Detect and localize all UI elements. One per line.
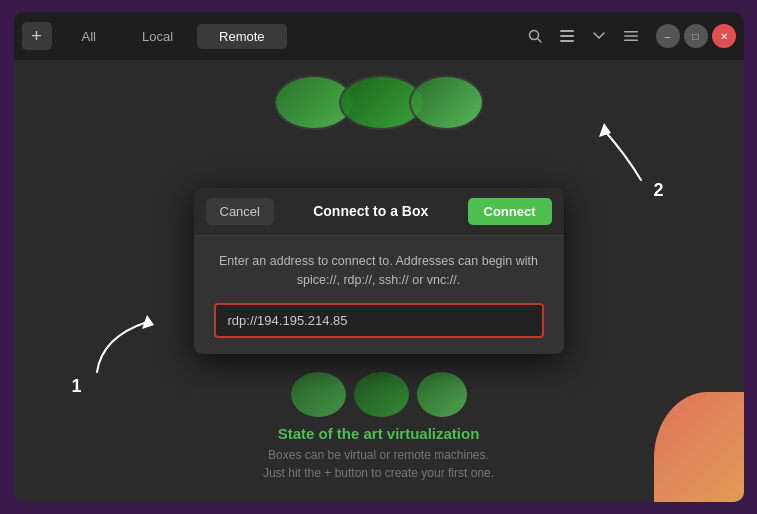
svg-rect-5: [624, 31, 638, 33]
dialog-body: Enter an address to connect to. Addresse…: [194, 236, 564, 355]
cancel-button[interactable]: Cancel: [206, 198, 274, 225]
svg-rect-6: [624, 35, 638, 37]
address-input[interactable]: [214, 303, 544, 338]
connect-button[interactable]: Connect: [468, 198, 552, 225]
tab-all[interactable]: All: [60, 24, 118, 49]
dialog-title: Connect to a Box: [284, 203, 458, 219]
chevron-down-icon: [593, 32, 605, 40]
search-button[interactable]: [520, 22, 550, 50]
hamburger-icon: [624, 31, 638, 41]
list-icon: [560, 30, 574, 42]
toolbar-icons: [520, 22, 646, 50]
titlebar: + All Local Remote: [14, 12, 744, 60]
svg-line-1: [537, 39, 541, 43]
close-button[interactable]: ✕: [712, 24, 736, 48]
svg-rect-3: [560, 35, 574, 37]
svg-rect-2: [560, 30, 574, 32]
list-view-button[interactable]: [552, 22, 582, 50]
connect-dialog: Cancel Connect to a Box Connect Enter an…: [194, 188, 564, 355]
svg-rect-7: [624, 40, 638, 42]
add-button[interactable]: +: [22, 22, 52, 50]
window-controls: – □ ✕: [656, 24, 736, 48]
minimize-button[interactable]: –: [656, 24, 680, 48]
menu-button[interactable]: [616, 22, 646, 50]
tab-remote[interactable]: Remote: [197, 24, 287, 49]
dialog-header: Cancel Connect to a Box Connect: [194, 188, 564, 236]
tab-local[interactable]: Local: [120, 24, 195, 49]
search-icon: [528, 29, 542, 43]
dialog-description: Enter an address to connect to. Addresse…: [214, 252, 544, 290]
dialog-overlay: Cancel Connect to a Box Connect Enter an…: [14, 60, 744, 502]
maximize-button[interactable]: □: [684, 24, 708, 48]
svg-rect-4: [560, 40, 574, 42]
tab-bar: All Local Remote: [60, 24, 287, 49]
chevron-down-button[interactable]: [584, 22, 614, 50]
main-content: State of the art virtualization Boxes ca…: [14, 60, 744, 502]
app-window: + All Local Remote: [14, 12, 744, 502]
